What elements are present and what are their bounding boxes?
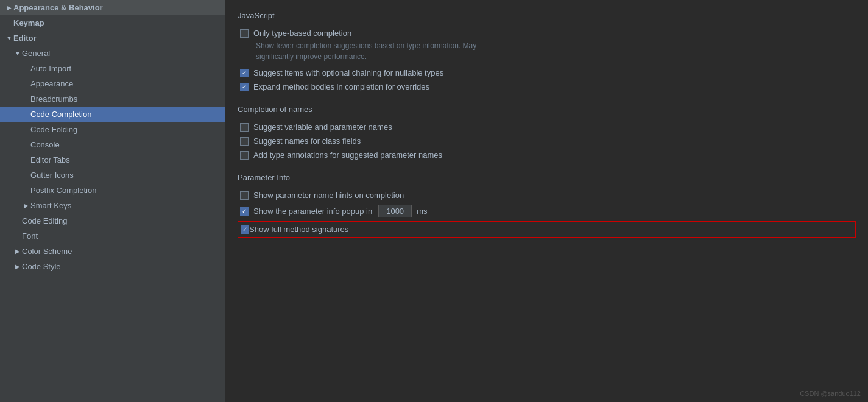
checkbox-expand-method-bodies[interactable] [240, 83, 249, 91]
sidebar-label-console: Console [30, 140, 219, 149]
option-only-type-based: Only type-based completion [240, 26, 856, 40]
checkbox-add-type-annotations[interactable] [240, 151, 249, 160]
option-show-param-popup: Show the parameter info popup in ms [240, 202, 856, 220]
sidebar-label-code-folding: Code Folding [30, 125, 219, 134]
sidebar-item-smart-keys[interactable]: ▶Smart Keys [0, 198, 225, 213]
param-popup-ms-label: ms [417, 206, 427, 216]
sidebar-item-keymap[interactable]: Keymap [0, 15, 225, 30]
sidebar-item-breadcrumbs[interactable]: Breadcrumbs [0, 91, 225, 107]
sidebar-item-auto-import[interactable]: Auto Import [0, 61, 225, 76]
sidebar-item-appearance-behavior[interactable]: ▶Appearance & Behavior [0, 0, 225, 15]
option-suggest-variable-param: Suggest variable and parameter names [240, 120, 856, 134]
sidebar-item-general[interactable]: ▼General [0, 46, 225, 61]
sidebar-label-breadcrumbs: Breadcrumbs [30, 94, 219, 104]
sidebar-label-general: General [22, 49, 219, 58]
label-show-full-signatures: Show full method signatures [249, 225, 348, 234]
sidebar-item-appearance[interactable]: Appearance [0, 76, 225, 91]
sidebar-item-code-editing[interactable]: Code Editing [0, 213, 225, 228]
option-show-full-signatures-highlighted: Show full method signatures [238, 221, 856, 238]
sidebar-label-code-style: Code Style [22, 262, 219, 271]
sidebar-item-editor[interactable]: ▼Editor [0, 30, 225, 46]
checkbox-show-full-signatures[interactable] [241, 225, 249, 234]
label-show-param-hints: Show parameter name hints on completion [253, 191, 404, 200]
sidebar-label-font: Font [22, 231, 219, 241]
sidebar-item-color-scheme[interactable]: ▶Color Scheme [0, 244, 225, 259]
label-add-type-annotations: Add type annotations for suggested param… [253, 150, 442, 160]
option-show-param-hints: Show parameter name hints on completion [240, 188, 856, 202]
sidebar-label-editor-tabs: Editor Tabs [30, 155, 219, 164]
sidebar-item-code-folding[interactable]: Code Folding [0, 122, 225, 137]
desc-only-type-based: Show fewer completion suggestions based … [256, 40, 856, 62]
completion-names-section-title: Completion of names [238, 105, 856, 114]
checkbox-only-type-based[interactable] [240, 29, 249, 38]
option-suggest-optional-chaining: Suggest items with optional chaining for… [240, 66, 856, 80]
sidebar-item-code-completion[interactable]: Code Completion [0, 107, 225, 122]
sidebar: ▶Appearance & BehaviorKeymap▼Editor▼Gene… [0, 0, 225, 402]
label-show-param-popup: Show the parameter info popup in [253, 206, 372, 216]
arrow-icon-general: ▼ [13, 50, 22, 57]
checkbox-suggest-optional-chaining[interactable] [240, 69, 249, 77]
sidebar-label-keymap: Keymap [13, 18, 219, 27]
option-expand-method-bodies: Expand method bodies in completion for o… [240, 80, 856, 94]
main-content: JavaScript Only type-based completion Sh… [225, 0, 868, 402]
label-suggest-class-fields: Suggest names for class fields [253, 136, 361, 146]
sidebar-label-appearance: Appearance [30, 79, 219, 88]
javascript-section-title: JavaScript [238, 11, 856, 20]
sidebar-label-color-scheme: Color Scheme [22, 247, 219, 256]
param-popup-value-input[interactable] [378, 205, 412, 217]
checkbox-show-param-hints[interactable] [240, 191, 249, 200]
sidebar-item-editor-tabs[interactable]: Editor Tabs [0, 152, 225, 168]
sidebar-label-code-completion: Code Completion [30, 110, 219, 119]
sidebar-label-code-editing: Code Editing [22, 216, 219, 225]
parameter-info-section-title: Parameter Info [238, 173, 856, 182]
sidebar-item-font[interactable]: Font [0, 228, 225, 244]
sidebar-label-postfix-completion: Postfix Completion [30, 186, 219, 195]
sidebar-label-appearance-behavior: Appearance & Behavior [13, 3, 219, 12]
sidebar-item-console[interactable]: Console [0, 137, 225, 152]
label-expand-method-bodies: Expand method bodies in completion for o… [253, 82, 429, 91]
sidebar-item-code-style[interactable]: ▶Code Style [0, 259, 225, 274]
sidebar-label-gutter-icons: Gutter Icons [30, 171, 219, 180]
checkbox-suggest-class-fields[interactable] [240, 137, 249, 146]
arrow-icon-appearance-behavior: ▶ [5, 4, 13, 11]
arrow-icon-code-style: ▶ [13, 263, 22, 270]
arrow-icon-color-scheme: ▶ [13, 248, 22, 255]
label-suggest-variable-param: Suggest variable and parameter names [253, 122, 392, 132]
watermark: CSDN @sanduo112 [800, 390, 861, 397]
sidebar-item-gutter-icons[interactable]: Gutter Icons [0, 168, 225, 183]
arrow-icon-smart-keys: ▶ [22, 202, 30, 209]
checkbox-suggest-variable-param[interactable] [240, 123, 249, 132]
sidebar-label-auto-import: Auto Import [30, 64, 219, 73]
sidebar-item-postfix-completion[interactable]: Postfix Completion [0, 183, 225, 198]
arrow-icon-editor: ▼ [5, 35, 13, 41]
sidebar-label-smart-keys: Smart Keys [30, 201, 219, 210]
label-suggest-optional-chaining: Suggest items with optional chaining for… [253, 68, 443, 77]
option-add-type-annotations: Add type annotations for suggested param… [240, 148, 856, 162]
sidebar-label-editor: Editor [13, 34, 219, 43]
label-only-type-based: Only type-based completion [253, 29, 351, 38]
checkbox-show-param-popup[interactable] [240, 207, 249, 216]
option-suggest-class-fields: Suggest names for class fields [240, 134, 856, 148]
